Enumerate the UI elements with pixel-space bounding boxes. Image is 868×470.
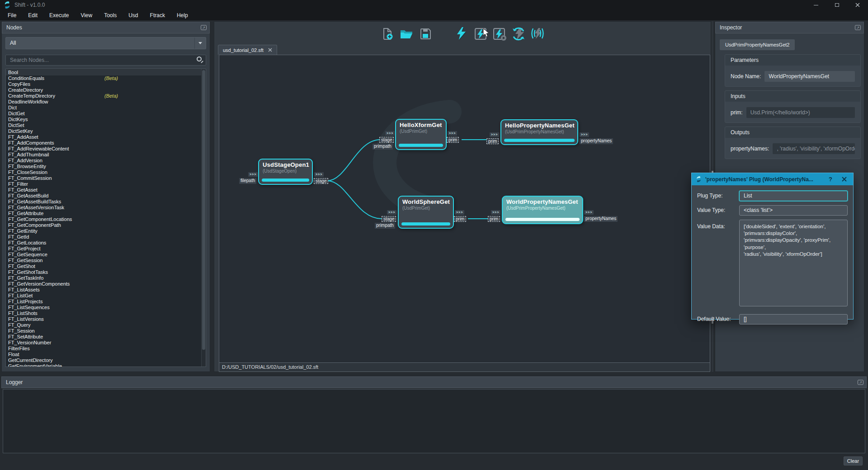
node-type-item[interactable]: CreateDirectory: [6, 87, 206, 93]
menu-item[interactable]: Usd: [123, 10, 144, 20]
graph-tab[interactable]: usd_tutorial_02.sft: [218, 45, 277, 55]
graph-node-worldsphereget[interactable]: WorldSphereGet (UsdPrimGet): [398, 196, 454, 229]
maximize-icon[interactable]: [826, 0, 847, 10]
menu-item[interactable]: Help: [171, 10, 194, 20]
input-port-primpath[interactable]: primpath: [375, 223, 395, 229]
node-type-item[interactable]: GetCurrentDirectory: [6, 357, 206, 363]
node-type-item[interactable]: FT_GetShotTasks: [6, 269, 206, 275]
execute-from-selected-icon[interactable]: [492, 26, 507, 42]
node-type-item[interactable]: FT_GetId: [6, 234, 206, 240]
node-type-item[interactable]: FT_GetSession: [6, 258, 206, 263]
undock-icon[interactable]: ↗: [201, 25, 207, 30]
output-port-prim[interactable]: prim: [454, 216, 466, 222]
node-type-item[interactable]: FT_GetVersionComponents: [6, 281, 206, 287]
node-type-item[interactable]: FT_ListSequences: [6, 305, 206, 310]
node-type-item[interactable]: FT_GetComponentPath: [6, 222, 206, 228]
graph-node-helloxformget[interactable]: HelloXformGet (UsdPrimGet): [395, 119, 447, 150]
node-type-item[interactable]: FT_GetAssetVersionTask: [6, 205, 206, 211]
node-type-item[interactable]: FT_Query: [6, 322, 206, 328]
input-port-primpath[interactable]: primpath: [373, 144, 393, 150]
node-type-item[interactable]: FilterFiles: [6, 346, 206, 352]
node-type-item[interactable]: FT_GetProject: [6, 246, 206, 252]
node-type-item[interactable]: DictGet: [6, 111, 206, 117]
menu-item[interactable]: Execute: [43, 10, 75, 20]
clear-log-button[interactable]: Clear: [844, 456, 863, 465]
node-type-item[interactable]: FT_ListAssets: [6, 287, 206, 293]
node-type-item[interactable]: GetEnvironmentVariable: [6, 363, 206, 367]
node-type-item[interactable]: Float: [6, 352, 206, 357]
node-type-item[interactable]: FT_GetAssetBuildTasks: [6, 199, 206, 205]
save-graph-icon[interactable]: [418, 26, 433, 42]
input-port-stage[interactable]: stage: [379, 137, 394, 143]
node-type-item[interactable]: ConditionEquals (Beta): [6, 75, 206, 81]
inspector-node-tab[interactable]: UsdPrimPropertyNamesGet2: [720, 39, 795, 50]
dialog-titlebar[interactable]: 'propertyNames' Plug (WorldPropertyNa...…: [692, 173, 853, 185]
execute-graph-icon[interactable]: [454, 26, 469, 42]
close-icon[interactable]: [847, 0, 868, 10]
node-type-item[interactable]: DictKeys: [6, 117, 206, 122]
default-value-field[interactable]: []: [739, 314, 848, 324]
node-type-item[interactable]: Dict: [6, 105, 206, 111]
node-type-item[interactable]: FT_AddComponents: [6, 140, 206, 146]
menu-item[interactable]: File: [2, 10, 22, 20]
tab-close-icon[interactable]: [268, 48, 272, 52]
node-type-item[interactable]: FT_VersionNumber: [6, 340, 206, 346]
node-type-item[interactable]: FT_GetComponentLocations: [6, 216, 206, 222]
soft-execute-icon[interactable]: [530, 26, 545, 42]
node-type-item[interactable]: FT_ListProjects: [6, 299, 206, 305]
menu-item[interactable]: Tools: [98, 10, 123, 20]
search-nodes-input[interactable]: [5, 55, 206, 66]
node-type-item[interactable]: FT_AddThumbnail: [6, 152, 206, 158]
node-type-item[interactable]: FT_CommitSession: [6, 175, 206, 181]
scrollbar-thumb[interactable]: [202, 70, 205, 350]
close-icon[interactable]: [839, 175, 849, 183]
node-type-item[interactable]: FT_Filter: [6, 181, 206, 187]
value-data-field[interactable]: ['doubleSided', 'extent', 'orientation',…: [739, 220, 848, 306]
plug-type-field[interactable]: List: [739, 191, 848, 201]
output-port-stage[interactable]: stage: [314, 178, 328, 184]
node-type-item[interactable]: FT_AddAsset: [6, 134, 206, 140]
undock-icon[interactable]: ↗: [855, 25, 861, 30]
menu-item[interactable]: Ftrack: [144, 10, 171, 20]
node-list-scrollbar[interactable]: [201, 69, 206, 367]
node-type-item[interactable]: DictSet: [6, 122, 206, 128]
output-port-prim[interactable]: prim: [447, 137, 459, 143]
open-graph-icon[interactable]: [399, 26, 414, 42]
node-name-field[interactable]: WorldPropertyNamesGet: [764, 71, 855, 82]
minimize-icon[interactable]: [806, 0, 826, 10]
node-type-item[interactable]: FT_GetShot: [6, 263, 206, 269]
node-type-item[interactable]: FT_CloseSession: [6, 169, 206, 175]
node-type-item[interactable]: DictSetKey: [6, 128, 206, 134]
node-type-item[interactable]: FT_GetAttribute: [6, 211, 206, 216]
chevron-down-icon[interactable]: [194, 38, 206, 49]
node-type-item[interactable]: FT_ListGet: [6, 293, 206, 299]
input-port-stage[interactable]: stage: [382, 216, 396, 222]
graph-node-worldpropertynamesget[interactable]: WorldPropertyNamesGet (UsdPrimPropertyNa…: [502, 196, 583, 224]
node-type-item[interactable]: DeadlineWorkflow: [6, 99, 206, 105]
node-type-item[interactable]: FT_ListVersions: [6, 316, 206, 322]
new-graph-icon[interactable]: [380, 26, 395, 42]
output-port-propertynames[interactable]: propertyNames: [584, 216, 618, 222]
node-type-item[interactable]: FT_GetTaskInfo: [6, 275, 206, 281]
node-type-item[interactable]: FT_Session: [6, 328, 206, 334]
menu-item[interactable]: Edit: [22, 10, 43, 20]
node-type-item[interactable]: FT_GetLocations: [6, 240, 206, 246]
output-port-propertynames[interactable]: propertyNames: [580, 138, 613, 144]
menu-item[interactable]: View: [75, 10, 98, 20]
input-port-prim[interactable]: prim: [486, 138, 499, 144]
node-graph-canvas[interactable]: UsdStageOpen1 (UsdStageOpen) >>> filepat…: [219, 55, 710, 363]
node-filter-dropdown[interactable]: All: [5, 37, 206, 49]
help-icon[interactable]: ?: [826, 176, 835, 183]
node-type-item[interactable]: FT_SetAttribute: [6, 334, 206, 340]
node-type-item[interactable]: CreateTempDirectory (Beta): [6, 93, 206, 99]
node-type-item[interactable]: CopyFiles: [6, 81, 206, 87]
node-type-item[interactable]: FT_AddReviewableContent: [6, 146, 206, 152]
node-type-item[interactable]: FT_ListShots: [6, 310, 206, 316]
node-type-item[interactable]: FT_AddVersion: [6, 158, 206, 164]
undock-icon[interactable]: ↗: [858, 380, 863, 385]
node-type-item[interactable]: FT_GetEntity: [6, 228, 206, 234]
node-type-item[interactable]: FT_GetAssetBuild: [6, 193, 206, 199]
node-type-item[interactable]: FT_BrowseEntity: [6, 164, 206, 169]
node-type-item[interactable]: Bool: [6, 70, 206, 75]
node-type-item[interactable]: FT_GetAsset: [6, 187, 206, 193]
